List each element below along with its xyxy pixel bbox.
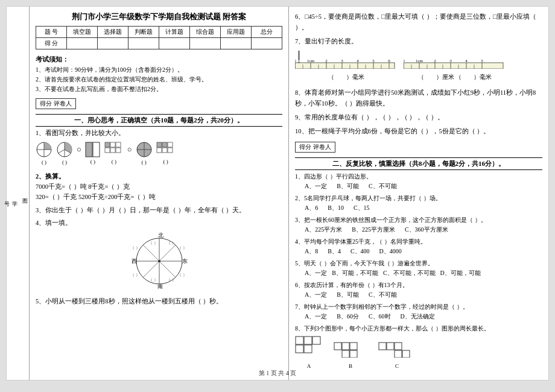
svg-rect-8	[93, 142, 100, 157]
grader-label-right: 得分 评卷人	[295, 142, 335, 153]
score-col-6: 应用题	[221, 27, 252, 38]
q9-text: 9、常用的长度单位有（ ），（ ），（ ），（ ）。	[295, 114, 444, 121]
svg-text:1cm: 1cm	[416, 58, 423, 63]
svg-text:（  ）: （ ）	[148, 277, 158, 282]
svg-rect-83	[296, 337, 303, 344]
mc-3: 3、把一根长60厘米的铁丝围成一个正方形，这个正方形的面积是（ ）。 A、225…	[295, 215, 542, 235]
question-9: 9、常用的长度单位有（ ），（ ），（ ），（ ）。	[295, 112, 542, 123]
svg-text:6: 6	[388, 58, 390, 63]
exam-page: 图 学号 姓名 班级 学校 县（市） 荆门市小学三年级数学下学期自我检测试题 附…	[6, 6, 549, 381]
mc-7-options: A、一定 B、60分 C、60时 D、无法确定	[295, 312, 542, 321]
mc-4-text: 4、平均每个同学体重25千克，（ ）名同学重吨。	[295, 237, 542, 247]
question-7: 7、量出钉子的长度。 0	[295, 36, 542, 85]
footer-text: 第 1 页 共 4 页	[259, 370, 297, 376]
mc-5-b: B、可能，不可能	[332, 268, 378, 278]
svg-text:5: 5	[372, 58, 375, 63]
score-table: 题 号 填空题 选择题 判断题 计算题 综合题 应用题 总分 得 分	[36, 26, 282, 49]
q2-line-1: 7000千克=（ ）吨 8千克=（ ）克	[36, 182, 282, 192]
score-table-data-row: 得 分	[36, 38, 282, 49]
question-3: 3、你出生于（ ）年（ ）月（ ）日，那一年是（ ）年，全年有（ ）天。	[36, 206, 282, 216]
ruler-2-container: 0 1cm 2 3 4	[404, 49, 506, 83]
svg-text:3: 3	[449, 58, 452, 63]
compass-section: 北 南 东 西	[36, 231, 282, 291]
shapes-row: A B	[295, 336, 542, 370]
score-fill-total	[252, 38, 282, 49]
q5-text: 5、小明从一楼到三楼用8秒，照这样他从一楼到五楼用（ ）秒。	[36, 298, 223, 305]
shape-b-svg	[334, 342, 367, 358]
grader-row-right: 得分 评卷人	[295, 142, 542, 153]
score-col-2: 选择题	[98, 27, 128, 38]
svg-rect-93	[379, 343, 386, 350]
svg-rect-22	[162, 148, 167, 153]
fraction-circle-1: ( )	[36, 141, 52, 166]
rules-title: 考试须知：	[36, 55, 282, 64]
question-8: 8、体育老师对第一小组同学进行50米跑测试，成绩如下小红9秒，小明11秒，小明8…	[295, 87, 542, 109]
mc-4: 4、平均每个同学体重25千克，（ ）名同学重吨。 A、8 B、4 C、400 D…	[295, 237, 542, 256]
mc-4-b: B、4	[328, 247, 341, 256]
frac-grid-label-1: ( )	[112, 157, 116, 166]
mc-1-b: B、可能	[337, 182, 359, 191]
svg-rect-86	[304, 345, 312, 353]
mc-7-c: C、60时	[369, 312, 391, 321]
question-10: 10、把一根绳子平均分成6份，每份是它的（ ），5份是它的（ ）。	[295, 126, 542, 137]
mc-2-a: A、6	[305, 203, 318, 213]
ruler-row: 0 1cm 2 3 4	[295, 49, 542, 83]
q10-text: 10、把一根绳子平均分成6份，每份是它的（ ），5份是它的（ ）。	[295, 128, 490, 134]
mc-8: 8、下列3个图形中，每个小正方形都一样大，那么（ ）图形的周长最长。 A	[295, 324, 542, 373]
left-column: 荆门市小学三年级数学下学期自我检测试题 附答案 题 号 填空题 选择题 判断题 …	[30, 7, 289, 380]
score-col-7: 总分	[252, 27, 282, 38]
mc-1: 1、四边形（ ）平行四边形。 A、一定 B、可能 C、不可能	[295, 172, 542, 191]
svg-rect-84	[304, 337, 312, 344]
mc-6-options: A、一定 B、可能 C、不可能	[295, 290, 542, 300]
svg-rect-14	[116, 148, 121, 153]
mc-2-c: C、15	[354, 203, 370, 213]
frac-label-c3: ( )	[142, 158, 147, 166]
ruler-2-svg: 0 1cm 2 3 4	[404, 49, 506, 69]
mc-3-b: B、225平方厘米	[352, 225, 395, 235]
q3-text: 3、你出生于（ ）年（ ）月（ ）日，那一年是（ ）年，全年有（ ）天。	[36, 207, 246, 213]
svg-text:（  ）: （ ）	[130, 273, 140, 277]
fraction-grid-1: ( )	[104, 142, 124, 166]
compare-op-1: ○	[77, 144, 81, 165]
mc-7-b: B、60分	[337, 312, 359, 321]
mc-3-a: A、225平方米	[305, 225, 342, 235]
frac-label-1: ( )	[42, 158, 46, 166]
fraction-row: ( ) ( ) ○	[36, 141, 282, 166]
q1-text: 1、看图写分数，并比较大小。	[36, 130, 125, 136]
svg-text:4: 4	[357, 58, 359, 63]
score-fill-1	[67, 38, 98, 49]
fraction-circle-3: ( )	[136, 141, 153, 166]
ruler-1-svg: 0 1cm 2 3 4	[295, 49, 398, 69]
mc-6: 6、按农历计算，有的年份（ ）有13个月。 A、一定 B、可能 C、不可能	[295, 280, 542, 300]
shape-c-container: C	[378, 342, 416, 370]
shape-a-svg	[295, 336, 323, 358]
question-1: 1、看图写分数，并比较大小。 ( )	[36, 128, 282, 169]
score-fill-4	[159, 38, 190, 49]
shape-c-svg	[378, 342, 416, 358]
score-col-4: 计算题	[159, 27, 190, 38]
left-margin: 图 学号 姓名 班级 学校 县（市）	[7, 7, 30, 380]
fraction-sq-1: ( )	[85, 142, 101, 166]
svg-text:南: 南	[157, 283, 163, 289]
mc-2-options: A、6 B、10 C、15	[295, 203, 542, 213]
svg-text:西: 西	[132, 258, 137, 264]
mc-3-c: C、360平方厘米	[405, 225, 448, 235]
mc-1-a: A、一定	[305, 182, 327, 191]
shape-b-container: B	[334, 342, 367, 370]
frac-label-2: ( )	[62, 158, 67, 166]
compass-svg: 北 南 东 西	[129, 231, 189, 291]
svg-text:（  ）: （ ）	[166, 241, 176, 245]
margin-label-2: 学号	[3, 195, 19, 200]
mc-6-c: C、不可能	[369, 290, 397, 300]
svg-text:3: 3	[341, 58, 343, 63]
svg-text:（  ）: （ ）	[148, 241, 158, 245]
score-row-label: 得 分	[36, 38, 67, 49]
mc-7-a: A、一定	[305, 312, 327, 321]
svg-rect-10	[110, 142, 115, 147]
q2-line-2: 320=（ ）千克 5200千克÷200千克=（ ）吨	[36, 192, 282, 203]
svg-text:北: 北	[158, 232, 163, 238]
svg-rect-92	[350, 350, 357, 358]
svg-text:4: 4	[465, 58, 468, 63]
rule-3: 3、不要在试卷上乱写乱画，卷面不整洁扣2分。	[36, 84, 282, 94]
mc-7-d: D、无法确定	[401, 312, 435, 321]
